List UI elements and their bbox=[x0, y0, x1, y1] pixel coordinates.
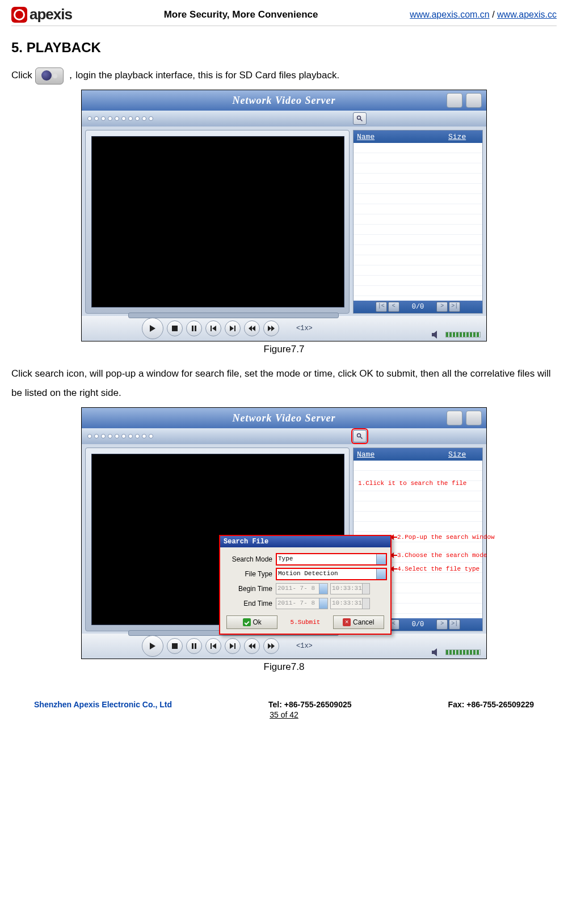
dialog-title: Search File bbox=[220, 536, 390, 547]
pause-button[interactable] bbox=[186, 638, 202, 654]
section-title: 5. PLAYBACK bbox=[11, 40, 557, 56]
search-icon[interactable] bbox=[353, 430, 367, 442]
paragraph-1: Click ，login the playback interface, thi… bbox=[11, 66, 557, 85]
svg-rect-6 bbox=[211, 326, 212, 331]
end-time-label: End Time bbox=[224, 600, 276, 607]
next-frame-button[interactable] bbox=[225, 320, 241, 336]
playback-controls: <1x> bbox=[82, 634, 486, 659]
progress-bar[interactable] bbox=[128, 313, 339, 318]
search-file-dialog: Search File Search Mode Type File Type M… bbox=[219, 535, 392, 635]
speed-label: <1x> bbox=[296, 642, 313, 650]
svg-marker-27 bbox=[268, 643, 271, 649]
cancel-button[interactable]: ×Cancel bbox=[333, 615, 384, 629]
fax-text: Fax: +86-755-26509229 bbox=[448, 700, 534, 709]
svg-marker-14 bbox=[432, 331, 437, 339]
search-mode-select[interactable]: Type bbox=[276, 553, 387, 566]
stop-button[interactable] bbox=[167, 320, 183, 336]
annotation-2: 2.Pop-up the search window bbox=[397, 534, 495, 541]
titlebar-button-2[interactable] bbox=[466, 93, 482, 108]
svg-rect-5 bbox=[195, 326, 196, 331]
svg-point-15 bbox=[357, 434, 361, 437]
begin-date-input[interactable]: 2011- 7- 8 bbox=[276, 583, 328, 594]
column-name: Name bbox=[354, 133, 448, 141]
search-mode-label: Search Mode bbox=[224, 555, 276, 563]
file-list-header: Name Size bbox=[354, 448, 482, 461]
svg-marker-26 bbox=[252, 643, 255, 649]
figure-7-8: Network Video Server Name Size bbox=[81, 407, 487, 659]
svg-marker-29 bbox=[432, 648, 437, 656]
column-name: Name bbox=[354, 450, 448, 459]
volume-icon[interactable] bbox=[432, 648, 442, 656]
pager-last[interactable]: >| bbox=[449, 619, 460, 630]
playback-controls: <1x> bbox=[82, 316, 486, 341]
volume-bar[interactable] bbox=[445, 649, 481, 655]
prev-frame-button[interactable] bbox=[205, 320, 221, 336]
brand-logo: apexis bbox=[11, 6, 72, 23]
titlebar-button-1[interactable] bbox=[447, 411, 462, 425]
link-cc[interactable]: www.apexis.cc bbox=[497, 10, 557, 19]
ok-button[interactable]: Ok bbox=[226, 615, 277, 629]
volume-bar[interactable] bbox=[445, 332, 481, 337]
prev-frame-button[interactable] bbox=[205, 638, 221, 654]
company-name: Shenzhen Apexis Electronic Co., Ltd bbox=[34, 700, 172, 709]
pause-button[interactable] bbox=[186, 320, 202, 336]
app-title: Network Video Server bbox=[233, 412, 336, 424]
tel-text: Tel: +86-755-26509025 bbox=[268, 700, 351, 709]
svg-marker-28 bbox=[271, 643, 275, 649]
svg-rect-9 bbox=[234, 326, 235, 331]
annotation-5: 5.Submit bbox=[291, 619, 321, 626]
begin-time-label: Begin Time bbox=[224, 585, 276, 593]
next-frame-button[interactable] bbox=[225, 638, 241, 654]
svg-rect-18 bbox=[172, 643, 178, 649]
toolbar bbox=[82, 111, 486, 126]
titlebar-button-2[interactable] bbox=[466, 411, 482, 425]
pager-prev[interactable]: < bbox=[388, 302, 399, 312]
toolbar bbox=[82, 428, 486, 444]
stop-button[interactable] bbox=[167, 638, 183, 654]
svg-line-16 bbox=[360, 437, 363, 439]
figure-7-7: Network Video Server Name Size bbox=[81, 90, 487, 341]
column-size: Size bbox=[448, 450, 482, 459]
play-button[interactable] bbox=[142, 635, 163, 657]
rewind-button[interactable] bbox=[244, 638, 260, 654]
header-links: www.apexis.com.cn / www.apexis.cc bbox=[410, 10, 557, 20]
svg-rect-4 bbox=[192, 326, 193, 331]
volume-icon[interactable] bbox=[432, 331, 442, 339]
search-icon[interactable] bbox=[353, 112, 367, 125]
pager-text: 0/0 bbox=[412, 303, 424, 311]
check-icon bbox=[243, 618, 251, 626]
svg-rect-21 bbox=[211, 643, 212, 649]
forward-button[interactable] bbox=[263, 320, 279, 336]
svg-marker-25 bbox=[249, 643, 252, 649]
pager-first[interactable]: |< bbox=[376, 302, 387, 312]
svg-marker-10 bbox=[249, 326, 252, 331]
video-frame bbox=[85, 130, 350, 314]
figure-caption-2: Figure7.8 bbox=[11, 661, 557, 673]
pager-last[interactable]: >| bbox=[449, 302, 460, 312]
svg-marker-22 bbox=[212, 643, 216, 649]
svg-marker-12 bbox=[268, 326, 271, 331]
link-cn[interactable]: www.apexis.com.cn bbox=[410, 10, 490, 19]
page-header: apexis More Security, More Convenience w… bbox=[11, 6, 557, 26]
playback-icon bbox=[35, 67, 64, 85]
begin-time-input[interactable]: 10:33:31 bbox=[330, 583, 370, 594]
file-pager: |< < 0/0 > >| bbox=[354, 301, 482, 313]
svg-marker-23 bbox=[230, 643, 234, 649]
x-icon: × bbox=[343, 618, 351, 626]
titlebar-button-1[interactable] bbox=[447, 93, 462, 108]
annotation-4: 4.Select the file type bbox=[397, 566, 479, 572]
slogan-text: More Security, More Convenience bbox=[164, 9, 318, 20]
play-button[interactable] bbox=[142, 318, 163, 339]
column-size: Size bbox=[448, 133, 482, 141]
end-time-input[interactable]: 10:33:31 bbox=[330, 598, 370, 609]
app-title: Network Video Server bbox=[233, 95, 336, 107]
file-type-label: File Type bbox=[224, 570, 276, 578]
rewind-button[interactable] bbox=[244, 320, 260, 336]
svg-line-1 bbox=[360, 119, 363, 121]
end-date-input[interactable]: 2011- 7- 8 bbox=[276, 598, 328, 609]
file-type-select[interactable]: Motion Detection bbox=[276, 568, 387, 580]
speed-label: <1x> bbox=[296, 324, 313, 332]
forward-button[interactable] bbox=[263, 638, 279, 654]
pager-next[interactable]: > bbox=[436, 302, 448, 312]
pager-next[interactable]: > bbox=[436, 619, 448, 630]
